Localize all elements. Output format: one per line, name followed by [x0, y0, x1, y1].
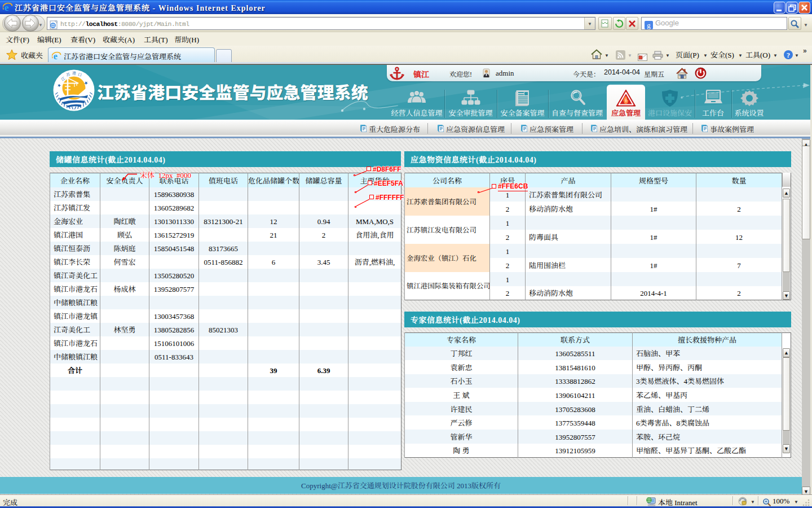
- svg-text:港: 港: [72, 70, 76, 76]
- svg-text:g: g: [647, 21, 651, 29]
- svg-text:?: ?: [787, 51, 791, 59]
